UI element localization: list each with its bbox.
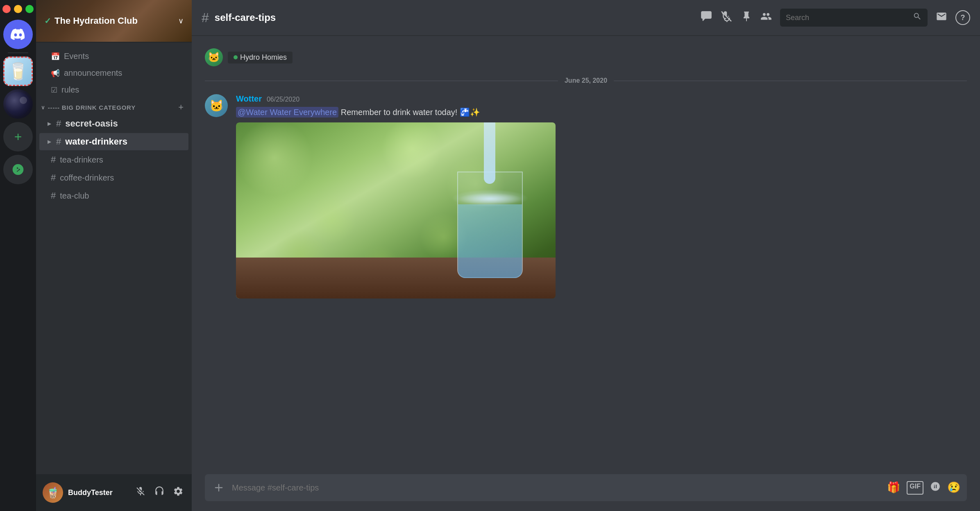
message-body-wotter: Wotter 06/25/2020 @Water Water Everywher… bbox=[236, 94, 967, 298]
tea-club-label: tea-club bbox=[60, 191, 89, 201]
settings-button[interactable] bbox=[171, 484, 185, 501]
maximize-button[interactable] bbox=[25, 5, 34, 13]
search-box bbox=[780, 9, 928, 27]
mention-tag[interactable]: @Water Water Everywhere bbox=[236, 107, 338, 118]
announcements-icon: 📢 bbox=[51, 69, 60, 78]
channel-title: self-care-tips bbox=[215, 12, 276, 23]
message-image bbox=[236, 122, 564, 298]
input-icons: 🎁 GIF 😢 bbox=[887, 481, 960, 495]
server-name: ✓ The Hydration Club bbox=[44, 16, 138, 26]
top-bar: # self-care-tips bbox=[192, 0, 980, 36]
channel-bullet-secret-oasis: ▶ bbox=[48, 121, 51, 127]
emoji-suffix: 🚰✨ bbox=[460, 108, 480, 117]
message-header-wotter: Wotter 06/25/2020 bbox=[236, 94, 967, 104]
main-content: # self-care-tips bbox=[192, 0, 980, 511]
online-dot bbox=[234, 55, 238, 59]
minimize-button[interactable] bbox=[14, 5, 22, 13]
mute-channel-icon[interactable] bbox=[720, 10, 733, 25]
pin-icon[interactable] bbox=[741, 11, 752, 25]
messages-area: 🐱 Hydro Homies June 25, 2020 🐱 Wotter 06… bbox=[192, 36, 980, 468]
online-badge: Hydro Homies bbox=[228, 52, 293, 63]
explore-servers-button[interactable] bbox=[3, 155, 33, 184]
channel-hash-coffee-drinkers: # bbox=[51, 172, 56, 183]
top-bar-icons: ? bbox=[701, 9, 970, 27]
message-author-wotter: Wotter bbox=[236, 94, 262, 104]
message-group: 🐱 Wotter 06/25/2020 @Water Water Everywh… bbox=[192, 91, 980, 302]
message-input-field[interactable] bbox=[232, 483, 881, 493]
gif-button[interactable]: GIF bbox=[907, 481, 923, 495]
threads-icon[interactable] bbox=[701, 11, 712, 25]
date-line-left bbox=[205, 81, 558, 81]
rules-icon: ☑ bbox=[51, 86, 57, 95]
events-icon: 📅 bbox=[51, 52, 60, 61]
message-text: Remember to drink water today! bbox=[341, 108, 460, 117]
user-bar: 🧋 BuddyTester bbox=[36, 474, 192, 511]
message-input-area: 🎁 GIF 😢 bbox=[192, 468, 980, 511]
secret-oasis-channel[interactable]: ▶ # secret-oasis bbox=[39, 115, 188, 132]
date-label: June 25, 2020 bbox=[565, 77, 607, 84]
help-icon[interactable]: ? bbox=[955, 10, 970, 25]
channel-hash-secret-oasis: # bbox=[56, 118, 61, 129]
secret-oasis-label: secret-oasis bbox=[65, 118, 118, 129]
message-avatar-wotter: 🐱 bbox=[205, 94, 228, 117]
tea-drinkers-channel[interactable]: # tea-drinkers bbox=[39, 151, 188, 168]
events-channel[interactable]: 📅 Events bbox=[39, 48, 188, 64]
date-divider: June 25, 2020 bbox=[192, 70, 980, 91]
inbox-icon[interactable] bbox=[936, 11, 947, 25]
channel-sidebar: ✓ The Hydration Club ∨ 📅 Events 📢 announ… bbox=[36, 0, 192, 511]
channel-hash-tea-club: # bbox=[51, 190, 56, 201]
water-drinkers-label: water-drinkers bbox=[65, 136, 127, 147]
channel-hash-water-drinkers: # bbox=[56, 136, 61, 147]
headset-button[interactable] bbox=[152, 484, 166, 501]
coffee-drinkers-channel[interactable]: # coffee-drinkers bbox=[39, 169, 188, 186]
message-add-button[interactable] bbox=[211, 480, 226, 495]
rules-channel[interactable]: ☑ rules bbox=[39, 82, 188, 98]
server-icon-dark-planet[interactable] bbox=[3, 89, 33, 119]
category-arrow-icon: ∨ bbox=[41, 104, 45, 111]
group-avatar: 🐱 bbox=[205, 48, 223, 66]
add-channel-button[interactable]: + bbox=[178, 102, 184, 113]
channel-hash-tea-drinkers: # bbox=[51, 154, 56, 165]
server-dropdown-arrow[interactable]: ∨ bbox=[178, 16, 184, 25]
username: BuddyTester bbox=[68, 488, 129, 497]
tea-club-channel[interactable]: # tea-club bbox=[39, 187, 188, 204]
gift-icon[interactable]: 🎁 bbox=[887, 481, 900, 495]
user-info: BuddyTester bbox=[68, 488, 129, 497]
server-divider bbox=[8, 52, 28, 53]
channel-title-area: # self-care-tips bbox=[202, 10, 692, 25]
category-header[interactable]: ∨ ----- BIG DRINK CATEGORY + bbox=[36, 99, 192, 114]
search-input[interactable] bbox=[786, 14, 909, 22]
window-controls bbox=[2, 5, 34, 13]
discord-home-button[interactable] bbox=[3, 20, 33, 49]
thread-bar: 🐱 Hydro Homies bbox=[192, 44, 980, 70]
water-drinkers-channel[interactable]: ▶ # water-drinkers bbox=[39, 133, 188, 150]
close-button[interactable] bbox=[2, 5, 11, 13]
server-icon-hydration-club[interactable]: 🥛 bbox=[3, 57, 33, 86]
glass-body bbox=[457, 172, 523, 278]
channels-list: 📅 Events 📢 announcements ☑ rules ∨ -----… bbox=[36, 43, 192, 474]
mute-button[interactable] bbox=[134, 484, 147, 501]
category-name: ∨ ----- BIG DRINK CATEGORY bbox=[41, 104, 136, 111]
add-server-button[interactable]: + bbox=[3, 122, 33, 151]
coffee-drinkers-label: coffee-drinkers bbox=[60, 173, 114, 183]
message-content-wotter: @Water Water Everywhere Remember to drin… bbox=[236, 106, 967, 118]
members-icon[interactable] bbox=[760, 11, 772, 25]
group-name: Hydro Homies bbox=[240, 53, 287, 62]
user-controls bbox=[134, 484, 185, 501]
announcements-channel[interactable]: 📢 announcements bbox=[39, 65, 188, 81]
big-drink-category: ∨ ----- BIG DRINK CATEGORY + ▶ # secret-… bbox=[36, 99, 192, 204]
server-header[interactable]: ✓ The Hydration Club ∨ bbox=[36, 0, 192, 43]
message-timestamp-wotter: 06/25/2020 bbox=[267, 96, 299, 103]
tea-drinkers-label: tea-drinkers bbox=[60, 155, 103, 165]
sticker-icon[interactable] bbox=[930, 481, 941, 495]
user-avatar: 🧋 bbox=[43, 482, 63, 503]
date-line-right bbox=[614, 81, 967, 81]
search-icon bbox=[913, 12, 922, 23]
emoji-icon[interactable]: 😢 bbox=[947, 481, 960, 495]
verified-icon: ✓ bbox=[44, 16, 51, 26]
server-sidebar: 🥛 + bbox=[0, 0, 36, 511]
channel-hash-icon: # bbox=[202, 10, 209, 25]
channel-bullet-water-drinkers: ▶ bbox=[48, 139, 51, 145]
message-input-box: 🎁 GIF 😢 bbox=[205, 474, 967, 501]
